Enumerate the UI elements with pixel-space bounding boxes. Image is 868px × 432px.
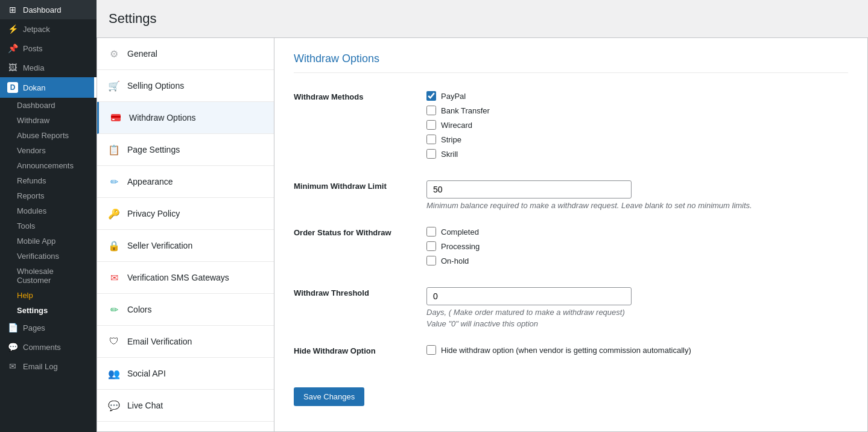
page-settings-icon: 📋 <box>107 142 121 157</box>
nav-item-dashboard[interactable]: ⊞ Dashboard <box>0 0 97 19</box>
sub-item-settings[interactable]: Settings <box>0 303 97 318</box>
threshold-input[interactable] <box>426 287 632 305</box>
nav-label: Dokan <box>23 83 46 92</box>
save-button[interactable]: Save Changes <box>294 387 364 406</box>
menu-item-social-api[interactable]: 👥 Social API <box>97 358 274 390</box>
checkbox-completed[interactable] <box>426 227 436 237</box>
nav-item-media[interactable]: 🖼 Media <box>0 58 97 77</box>
menu-item-selling-options[interactable]: 🛒 Selling Options <box>97 70 274 102</box>
method-paypal: PayPal <box>426 91 848 101</box>
nav-label: Dashboard <box>23 5 62 14</box>
label-stripe[interactable]: Stripe <box>441 135 461 144</box>
field-hide-withdraw: Hide withdraw option (when vendor is get… <box>426 337 848 368</box>
admin-nav: ⊞ Dashboard ⚡ Jetpack 📌 Posts 🖼 Media D … <box>0 0 97 432</box>
checkbox-paypal[interactable] <box>426 91 436 101</box>
label-skrill[interactable]: Skrill <box>441 150 458 159</box>
status-processing: Processing <box>426 241 848 251</box>
menu-label: Privacy Policy <box>127 209 180 218</box>
checkbox-processing[interactable] <box>426 241 436 251</box>
menu-label: Withdraw Options <box>129 113 195 122</box>
label-bank-transfer[interactable]: Bank Transfer <box>441 106 490 115</box>
sub-item-abuse-reports[interactable]: Abuse Reports <box>0 128 97 143</box>
label-withdraw-methods: Withdraw Methods <box>294 83 426 172</box>
field-withdraw-methods: PayPal Bank Transfer Wirecard <box>426 83 848 172</box>
menu-item-live-chat[interactable]: 💬 Live Chat <box>97 390 274 422</box>
sub-item-verifications[interactable]: Verifications <box>0 249 97 264</box>
checkbox-on-hold[interactable] <box>426 256 436 265</box>
status-completed: Completed <box>426 227 848 237</box>
menu-label: Seller Verification <box>127 241 192 250</box>
posts-icon: 📌 <box>7 43 18 53</box>
page-title: Settings <box>109 11 856 27</box>
page-header: Settings <box>97 0 868 31</box>
label-paypal[interactable]: PayPal <box>441 92 466 101</box>
sub-item-withdraw[interactable]: Withdraw <box>0 113 97 128</box>
email-verification-icon: 🛡 <box>107 334 121 349</box>
sub-item-wholesale[interactable]: Wholesale Customer <box>0 264 97 288</box>
label-processing[interactable]: Processing <box>441 242 480 251</box>
checkbox-skrill[interactable] <box>426 149 436 159</box>
row-order-status: Order Status for Withdraw Completed Proc… <box>294 218 848 279</box>
menu-item-privacy-policy[interactable]: 🔑 Privacy Policy <box>97 198 274 230</box>
sub-item-vendors[interactable]: Vendors <box>0 143 97 158</box>
sub-item-tools[interactable]: Tools <box>0 218 97 233</box>
label-wirecard[interactable]: Wirecard <box>441 121 472 130</box>
dashboard-icon: ⊞ <box>7 5 18 14</box>
checkbox-bank-transfer[interactable] <box>426 106 436 115</box>
cart-icon: 🛒 <box>107 78 121 93</box>
sub-item-modules[interactable]: Modules <box>0 203 97 218</box>
menu-item-general[interactable]: ⚙ General <box>97 38 274 70</box>
sub-item-dashboard[interactable]: Dashboard <box>0 98 97 113</box>
menu-item-appearance[interactable]: ✏ Appearance <box>97 166 274 198</box>
row-hide-withdraw: Hide Withdraw Option Hide withdraw optio… <box>294 337 848 368</box>
checkbox-stripe[interactable] <box>426 135 436 144</box>
field-order-status: Completed Processing On-hold <box>426 218 848 279</box>
menu-item-email-verification[interactable]: 🛡 Email Verification <box>97 326 274 358</box>
dokan-icon: D <box>7 82 18 93</box>
menu-item-withdraw-options[interactable]: Withdraw Options <box>97 102 274 134</box>
checkbox-wirecard[interactable] <box>426 120 436 130</box>
menu-item-rma[interactable]: ↺ RMA <box>97 422 274 432</box>
jetpack-icon: ⚡ <box>7 24 18 34</box>
menu-item-verification-sms[interactable]: ✉ Verification SMS Gateways <box>97 262 274 294</box>
sub-item-mobile[interactable]: Mobile App <box>0 233 97 249</box>
min-withdraw-input[interactable] <box>426 180 632 199</box>
main-content: Settings ⚙ General 🛒 Selling Options <box>97 0 868 432</box>
label-min-withdraw: Minimum Withdraw Limit <box>294 172 426 218</box>
nav-item-pages[interactable]: 📄 Pages <box>0 318 97 337</box>
privacy-icon: 🔑 <box>107 206 121 221</box>
nav-item-jetpack[interactable]: ⚡ Jetpack <box>0 19 97 39</box>
save-row: Save Changes <box>294 378 848 406</box>
method-stripe: Stripe <box>426 135 848 144</box>
nav-label: Pages <box>23 323 45 332</box>
row-withdraw-methods: Withdraw Methods PayPal Bank Transfer <box>294 83 848 172</box>
form-table: Withdraw Methods PayPal Bank Transfer <box>294 83 848 368</box>
gear-icon: ⚙ <box>107 46 121 61</box>
appearance-icon: ✏ <box>107 174 121 189</box>
sub-item-help[interactable]: Help <box>0 288 97 303</box>
sub-item-reports[interactable]: Reports <box>0 188 97 203</box>
menu-item-page-settings[interactable]: 📋 Page Settings <box>97 134 274 166</box>
sub-item-announcements[interactable]: Announcements <box>0 158 97 173</box>
menu-label: Email Verification <box>127 337 192 346</box>
menu-label: Live Chat <box>127 401 163 410</box>
settings-sidebar: ⚙ General 🛒 Selling Options Withdraw Opt… <box>97 37 274 432</box>
nav-item-posts[interactable]: 📌 Posts <box>0 39 97 58</box>
seller-verification-icon: 🔒 <box>107 238 121 253</box>
nav-item-comments[interactable]: 💬 Comments <box>0 337 97 357</box>
label-hide-withdraw-text[interactable]: Hide withdraw option (when vendor is get… <box>441 346 691 355</box>
checkbox-hide-withdraw[interactable] <box>426 345 436 355</box>
sub-item-refunds[interactable]: Refunds <box>0 173 97 188</box>
menu-item-colors[interactable]: ✏ Colors <box>97 294 274 326</box>
svg-rect-1 <box>111 116 121 118</box>
nav-item-email-log[interactable]: ✉ Email Log <box>0 357 97 376</box>
nav-item-dokan[interactable]: D Dokan <box>0 77 97 98</box>
label-hide-withdraw: Hide Withdraw Option <box>294 337 426 368</box>
menu-item-seller-verification[interactable]: 🔒 Seller Verification <box>97 230 274 262</box>
menu-label: General <box>127 49 157 59</box>
method-bank-transfer: Bank Transfer <box>426 106 848 115</box>
hide-withdraw-row: Hide withdraw option (when vendor is get… <box>426 345 848 355</box>
settings-layout: ⚙ General 🛒 Selling Options Withdraw Opt… <box>97 37 868 432</box>
label-on-hold[interactable]: On-hold <box>441 256 469 265</box>
label-completed[interactable]: Completed <box>441 227 479 237</box>
